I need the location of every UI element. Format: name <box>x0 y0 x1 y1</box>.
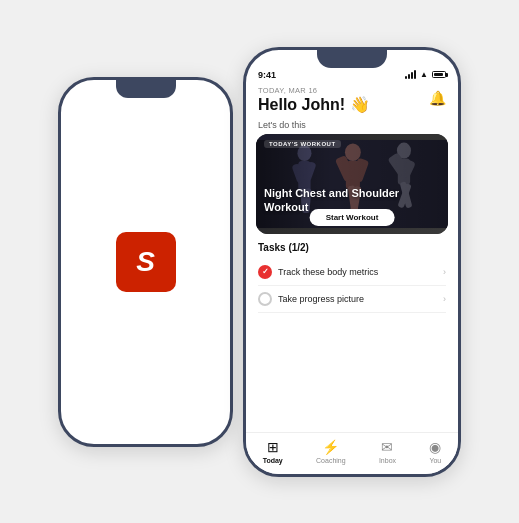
status-time: 9:41 <box>258 70 276 80</box>
bell-icon[interactable]: 🔔 <box>429 90 446 106</box>
logo-letter: S <box>136 246 155 278</box>
greeting-text: Hello John! 👋 <box>258 95 370 114</box>
left-phone: S <box>58 77 233 447</box>
battery-icon <box>432 71 446 78</box>
phones-container: S 9:41 ▲ <box>58 47 461 477</box>
nav-item-coaching[interactable]: ⚡ Coaching <box>316 439 346 464</box>
task-check-1 <box>258 265 272 279</box>
today-label: Today <box>263 457 283 464</box>
task-arrow-2: › <box>443 294 446 304</box>
nav-item-today[interactable]: ⊞ Today <box>263 439 283 464</box>
task-item-2[interactable]: Take progress picture › <box>258 286 446 313</box>
status-icons: ▲ <box>405 70 446 79</box>
coaching-icon: ⚡ <box>322 439 339 455</box>
tasks-header: Tasks (1/2) <box>258 242 446 253</box>
right-phone-notch <box>317 50 387 68</box>
date-label: TODAY, MAR 16 <box>258 86 370 95</box>
wifi-icon: ▲ <box>420 70 428 79</box>
app-header: TODAY, MAR 16 Hello John! 👋 🔔 <box>246 82 458 116</box>
task-left-1: Track these body metrics <box>258 265 378 279</box>
you-icon: ◉ <box>429 439 441 455</box>
task-item-1[interactable]: Track these body metrics › <box>258 259 446 286</box>
you-label: You <box>429 457 441 464</box>
inbox-icon: ✉ <box>381 439 393 455</box>
coaching-label: Coaching <box>316 457 346 464</box>
nav-item-inbox[interactable]: ✉ Inbox <box>379 439 396 464</box>
tasks-section: Tasks (1/2) Track these body metrics › T… <box>246 234 458 432</box>
task-text-1: Track these body metrics <box>278 267 378 277</box>
screen-content: 9:41 ▲ TODAY, MAR 16 <box>246 50 458 474</box>
task-arrow-1: › <box>443 267 446 277</box>
logo-container: S <box>61 80 230 444</box>
left-phone-notch <box>116 80 176 98</box>
workout-tag: TODAY'S WORKOUT <box>264 140 341 148</box>
logo-box: S <box>116 232 176 292</box>
task-check-2 <box>258 292 272 306</box>
status-bar: 9:41 ▲ <box>246 68 458 82</box>
nav-item-you[interactable]: ◉ You <box>429 439 441 464</box>
task-left-2: Take progress picture <box>258 292 364 306</box>
today-icon: ⊞ <box>267 439 279 455</box>
right-phone: 9:41 ▲ TODAY, MAR 16 <box>243 47 461 477</box>
bottom-nav: ⊞ Today ⚡ Coaching ✉ Inbox ◉ You <box>246 432 458 474</box>
lets-do-label: Let's do this <box>246 116 458 134</box>
signal-icon <box>405 70 416 79</box>
inbox-label: Inbox <box>379 457 396 464</box>
header-left: TODAY, MAR 16 Hello John! 👋 <box>258 86 370 114</box>
start-workout-button[interactable]: Start Workout <box>310 209 395 226</box>
task-text-2: Take progress picture <box>278 294 364 304</box>
workout-card[interactable]: TODAY'S WORKOUT Night Chest and Shoulder… <box>256 134 448 234</box>
